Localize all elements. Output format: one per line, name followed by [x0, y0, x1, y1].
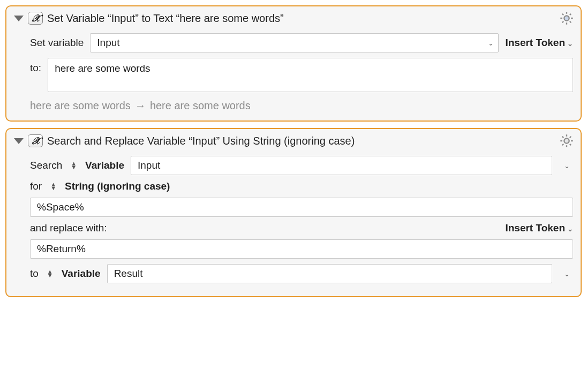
chevron-down-icon: ⌄: [567, 40, 573, 48]
preview-after: here are some words: [150, 100, 251, 112]
variable-name-value: Input: [97, 37, 484, 49]
for-mode-dropdown[interactable]: String (ignoring case): [65, 180, 170, 192]
disclosure-triangle[interactable]: [14, 16, 24, 21]
search-value-input[interactable]: %Space%: [30, 198, 573, 217]
gear-icon[interactable]: [559, 11, 574, 26]
replace-label: and replace with:: [30, 222, 107, 234]
action-header: 𝒳 Search and Replace Variable “Input” Us…: [14, 134, 573, 147]
text-value-input[interactable]: here are some words: [48, 58, 573, 92]
variable-icon: 𝒳: [28, 134, 43, 147]
to-row: to: here are some words: [30, 58, 573, 92]
stepper-icon[interactable]: ▲▼: [47, 270, 53, 277]
chevron-down-icon: ⌄: [567, 225, 573, 233]
insert-token-dropdown[interactable]: Insert Token ⌄: [505, 222, 573, 234]
action-set-variable: 𝒳 Set Variable “Input” to Text “here are…: [5, 5, 582, 122]
chevron-down-icon[interactable]: ⌄: [559, 162, 573, 170]
to-label: to:: [30, 58, 41, 74]
action-search-replace: 𝒳 Search and Replace Variable “Input” Us…: [5, 128, 582, 297]
preview-before: here are some words: [30, 100, 131, 112]
chevron-down-icon: ⌄: [484, 39, 494, 47]
stepper-icon[interactable]: ▲▼: [50, 183, 56, 190]
to-variable-row: to ▲▼ Variable Result ⌄: [30, 264, 573, 283]
svg-point-0: [564, 16, 569, 20]
set-variable-label: Set variable: [30, 37, 84, 49]
arrow-right-icon: →: [135, 100, 146, 112]
action-title: Set Variable “Input” to Text “here are s…: [47, 12, 284, 25]
replace-value-input[interactable]: %Return%: [30, 239, 573, 259]
result-variable-combo[interactable]: Result: [107, 264, 552, 283]
insert-token-dropdown[interactable]: Insert Token ⌄: [505, 37, 573, 49]
insert-token-label: Insert Token: [505, 222, 565, 234]
disclosure-triangle[interactable]: [14, 138, 24, 144]
to-label: to: [30, 268, 39, 280]
search-label: Search: [30, 160, 62, 171]
search-variable-combo[interactable]: Input: [131, 156, 552, 175]
action-header: 𝒳 Set Variable “Input” to Text “here are…: [14, 12, 573, 25]
search-mode-dropdown[interactable]: Variable: [85, 160, 124, 171]
result-variable-value: Result: [114, 268, 547, 280]
variable-icon: 𝒳: [28, 12, 43, 25]
chevron-down-icon[interactable]: ⌄: [559, 270, 573, 278]
search-variable-value: Input: [138, 160, 547, 171]
svg-point-1: [564, 138, 569, 143]
for-row: for ▲▼ String (ignoring case): [30, 180, 573, 192]
gear-icon[interactable]: [559, 133, 574, 148]
replace-label-row: and replace with: Insert Token ⌄: [30, 222, 573, 234]
for-label: for: [30, 180, 42, 192]
search-row: Search ▲▼ Variable Input ⌄: [30, 156, 573, 175]
insert-token-label: Insert Token: [505, 37, 565, 49]
to-mode-dropdown[interactable]: Variable: [62, 268, 101, 280]
action-title: Search and Replace Variable “Input” Usin…: [47, 135, 355, 147]
stepper-icon[interactable]: ▲▼: [71, 162, 77, 169]
preview-row: here are some words → here are some word…: [30, 100, 573, 112]
set-variable-row: Set variable Input ⌄ Insert Token ⌄: [30, 33, 573, 52]
variable-name-combo[interactable]: Input ⌄: [90, 33, 499, 52]
